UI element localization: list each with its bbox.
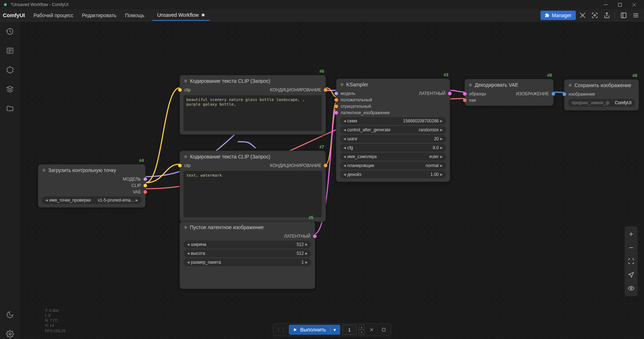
queue-icon[interactable]	[5, 46, 15, 56]
widget-steps[interactable]: ◀шаги20▶	[340, 135, 446, 143]
drag-handle-icon[interactable]: ⋮⋮	[275, 327, 287, 333]
node-id: #3	[444, 72, 448, 77]
theme-icon[interactable]	[5, 310, 15, 320]
widget-seed[interactable]: ◀семя156680208700286▶	[340, 117, 446, 125]
settings-icon[interactable]	[5, 329, 15, 339]
node-clip-negative[interactable]: #7 Кодирование текста CLIP (Запрос) clip…	[180, 151, 326, 222]
widget-cfg[interactable]: ◀cfg8.0▶	[340, 144, 446, 152]
input-prefix[interactable]: префикс_имени_фComfyUI	[568, 99, 635, 107]
eye-icon[interactable]	[627, 284, 635, 293]
svg-point-2	[594, 14, 596, 16]
dirty-indicator-icon	[202, 14, 205, 16]
node-title: Загрузить контрольную точку	[48, 167, 116, 173]
action-bar: ⋮⋮ Выполнить ▾ 1 ▲▼	[273, 323, 391, 336]
titlebar: *Unsaved Workflow - ComfyUI	[0, 0, 644, 9]
app-icon	[3, 2, 8, 7]
models-icon[interactable]	[5, 84, 15, 94]
node-save-image[interactable]: #9 Сохранить изображение изображения пре…	[564, 79, 639, 111]
text-prompt[interactable]: beautiful scenery nature glass bottle la…	[183, 95, 322, 131]
node-title: Декодировать VAE	[475, 82, 518, 88]
history-icon[interactable]	[5, 26, 15, 36]
run-button[interactable]: Выполнить ▾	[289, 325, 340, 335]
in-latent: латентное_изображение	[341, 110, 390, 115]
in-clip: clip	[184, 163, 191, 168]
out-vae: VAE	[133, 189, 141, 194]
in-clip: clip	[184, 87, 191, 92]
stats: T: 0.00sI: 0N: 7 [7]V: 14FPS:156.25	[45, 308, 66, 333]
widget-checkpoint[interactable]: ◀имя_точки_проверкиv1-5-pruned-ema...▶	[42, 196, 142, 204]
node-id: #5	[309, 215, 313, 220]
out-model: МОДЕЛЬ	[123, 177, 141, 182]
svg-point-6	[630, 288, 632, 289]
cancel-icon[interactable]	[367, 325, 377, 335]
menu-edit[interactable]: Редактировать	[77, 10, 121, 20]
hamburger-icon[interactable]	[630, 10, 641, 21]
in-positive: положительный	[341, 97, 372, 102]
left-sidebar	[0, 21, 20, 339]
batch-spinner[interactable]: ▲▼	[359, 325, 364, 335]
widget-denoise[interactable]: ◀денойз1.00▶	[340, 171, 446, 178]
menu-workflow[interactable]: Рабочий процесс	[29, 10, 78, 20]
manager-label: Manager	[552, 12, 572, 18]
manager-button[interactable]: Manager	[540, 11, 576, 20]
node-empty-latent[interactable]: #5 Пустое латентное изображение ЛАТЕНТНЫ…	[180, 221, 315, 289]
play-icon	[293, 328, 297, 332]
puzzle-icon	[545, 13, 550, 18]
float-toolbar	[625, 226, 638, 296]
folder-icon[interactable]	[5, 103, 15, 113]
brand: ComfyUI	[3, 12, 25, 18]
run-label: Выполнить	[300, 327, 326, 333]
workspace: #4 Загрузить контрольную точку МОДЕЛЬ CL…	[0, 21, 644, 339]
maximize-button[interactable]	[613, 0, 627, 9]
svg-rect-7	[382, 328, 385, 331]
node-clip-positive[interactable]: #6 Кодирование текста CLIP (Запрос) clip…	[180, 75, 326, 135]
minimize-button[interactable]	[598, 0, 613, 9]
svg-point-5	[9, 333, 11, 335]
reset-view-icon[interactable]	[577, 10, 588, 21]
out-cond: КОНДИЦИОНИРОВАНИЕ	[270, 163, 321, 168]
stop-icon[interactable]	[379, 325, 389, 335]
locate-icon[interactable]	[627, 270, 635, 279]
widget-batch[interactable]: ◀размер_пакета1▶	[183, 258, 311, 266]
zoom-in-icon[interactable]	[627, 230, 635, 238]
widget-height[interactable]: ◀высота512▶	[183, 249, 311, 257]
close-button[interactable]	[627, 0, 641, 9]
divider	[614, 12, 615, 19]
node-title: Сохранить изображение	[574, 82, 631, 88]
widget-cag[interactable]: ◀control_after_generaterandomize▶	[340, 126, 446, 134]
node-id: #6	[320, 69, 324, 74]
fit-view-icon[interactable]	[589, 10, 600, 21]
out-image: ИЗОБРАЖЕНИЕ	[516, 91, 549, 96]
out-clip: CLIP	[131, 183, 141, 188]
node-vae-decode[interactable]: #8 Декодировать VAE образцыИЗОБРАЖЕНИЕ v…	[464, 79, 554, 106]
svg-point-1	[582, 14, 584, 16]
node-id: #4	[139, 158, 144, 163]
nodes-icon[interactable]	[5, 65, 15, 75]
tab-unsaved[interactable]: Unsaved Workflow	[152, 10, 209, 21]
text-prompt[interactable]: text, watermark	[183, 171, 322, 217]
node-id: #9	[633, 73, 637, 78]
canvas[interactable]: #4 Загрузить контрольную точку МОДЕЛЬ CL…	[20, 21, 644, 339]
node-title: Кодирование текста CLIP (Запрос)	[190, 78, 270, 84]
node-ksampler[interactable]: #3 KSampler модельЛАТЕНТНЫЙ положительны…	[336, 79, 450, 182]
in-model: модель	[341, 91, 355, 96]
batch-count[interactable]: 1	[342, 325, 357, 335]
svg-rect-0	[618, 3, 622, 6]
zoom-out-icon[interactable]	[627, 243, 635, 252]
svg-rect-3	[621, 13, 626, 18]
fit-icon[interactable]	[627, 257, 635, 265]
node-load-checkpoint[interactable]: #4 Загрузить контрольную точку МОДЕЛЬ CL…	[38, 164, 146, 208]
tab-label: Unsaved Workflow	[157, 12, 198, 18]
in-negative: отрицательный	[341, 104, 371, 109]
menu-help[interactable]: Помощь	[121, 10, 149, 20]
share-icon[interactable]	[602, 10, 612, 21]
widget-sampler[interactable]: ◀имя_сэмплераeuler▶	[340, 153, 446, 161]
widget-scheduler[interactable]: ◀планировщикnormal▶	[340, 162, 446, 170]
node-title: KSampler	[346, 82, 368, 87]
node-title: Кодирование текста CLIP (Запрос)	[190, 154, 270, 160]
widget-width[interactable]: ◀ширина512▶	[183, 241, 311, 248]
out-latent: ЛАТЕНТНЫЙ	[419, 91, 446, 96]
in-samples: образцы	[469, 91, 486, 96]
panel-toggle-icon[interactable]	[618, 10, 629, 21]
window-title: *Unsaved Workflow - ComfyUI	[11, 2, 69, 7]
